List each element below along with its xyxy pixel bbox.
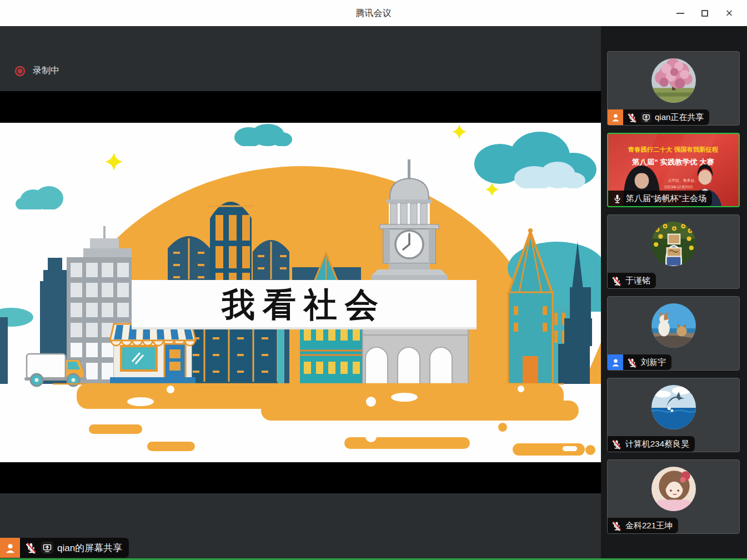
participant-name: 第八届“扬帆杯”主会场: [626, 193, 706, 204]
recording-label: 录制中: [33, 65, 59, 77]
participant-name: qian正在共享: [655, 112, 704, 123]
slide-title: 我看社会: [220, 286, 386, 323]
participant-label: 于谨铭: [608, 273, 656, 288]
share-status-label: qian的屏幕共享: [57, 542, 122, 554]
mic-on-icon: [612, 193, 623, 204]
maximize-button[interactable]: [693, 0, 717, 26]
participant-name: 刘新宇: [641, 357, 666, 368]
person-icon: [4, 542, 16, 554]
avatar: [651, 58, 696, 103]
svg-text:2023年12月20日: 2023年12月20日: [664, 185, 693, 189]
mic-muted-icon: [611, 521, 622, 531]
participant-pill: 计算机234蔡良昊: [608, 436, 695, 452]
shared-slide: 我看社会: [0, 123, 601, 462]
app-window: 腾讯会议 × 录制中: [0, 0, 747, 560]
avatar: [651, 222, 696, 266]
minimize-button[interactable]: [668, 0, 693, 26]
participant-label: 计算机234蔡良昊: [608, 436, 695, 452]
share-status-pill: qian的屏幕共享: [20, 538, 129, 558]
mic-muted-icon: [25, 542, 37, 554]
screen-share-icon: [41, 542, 53, 554]
shared-screen-stage: 录制中: [0, 26, 601, 560]
role-badge: [608, 109, 623, 125]
participant-pill: 金科221王坤: [608, 518, 678, 533]
role-badge: [608, 354, 623, 370]
participant-tile[interactable]: 于谨铭: [607, 214, 740, 289]
participant-label: 刘新宇: [608, 354, 671, 370]
letterbox-top: [0, 91, 601, 123]
participant-tile[interactable]: 青春践行二十大 强国有我新征程 第八届“ 实践教学优 大赛 义学院、教务处、学生…: [607, 133, 740, 207]
host-badge: [0, 538, 20, 558]
mic-muted-icon: [627, 357, 638, 368]
participant-name: 计算机234蔡良昊: [625, 439, 689, 449]
avatar: [651, 303, 696, 348]
person-icon: [611, 113, 620, 122]
person-icon: [611, 358, 620, 367]
screen-share-status: qian的屏幕共享: [0, 538, 129, 558]
mic-muted-icon: [611, 276, 622, 286]
recording-indicator: 录制中: [14, 65, 59, 77]
participant-list: qian正在共享 青春践行二十大 强国有我新征程 第八届“ 实践教学优 大赛 义…: [601, 26, 747, 560]
participant-label: 金科221王坤: [608, 518, 678, 533]
close-button[interactable]: ×: [717, 0, 741, 26]
mic-muted-icon: [627, 112, 638, 123]
participant-name: 于谨铭: [625, 276, 650, 286]
main-content: 录制中: [0, 26, 747, 560]
minimize-icon: [676, 13, 684, 14]
svg-text:第八届“ 实践教学优 大赛: 第八届“ 实践教学优 大赛: [631, 158, 714, 166]
participant-name: 金科221王坤: [625, 521, 673, 531]
maximize-icon: [701, 10, 708, 17]
avatar: [651, 385, 696, 429]
mic-muted-icon: [611, 439, 622, 449]
letterbox-bottom: [0, 462, 601, 493]
participant-pill: 第八届“扬帆杯”主会场: [608, 191, 712, 206]
participant-pill: 刘新宇: [623, 354, 671, 370]
participant-pill: qian正在共享: [623, 109, 709, 125]
participant-tile[interactable]: 计算机234蔡良昊: [607, 378, 740, 452]
svg-text:青春践行二十大 强国有我新征程: 青春践行二十大 强国有我新征程: [628, 146, 719, 153]
participant-pill: 于谨铭: [608, 273, 656, 288]
participant-label: 第八届“扬帆杯”主会场: [608, 191, 712, 206]
participant-tile[interactable]: qian正在共享: [607, 51, 740, 126]
record-icon: [14, 66, 26, 77]
screen-share-icon: [641, 112, 651, 123]
participant-tile[interactable]: 金科221王坤: [607, 459, 740, 534]
avatar: [651, 467, 696, 511]
window-controls: ×: [668, 0, 741, 26]
titlebar: 腾讯会议 ×: [0, 0, 747, 26]
participant-tile[interactable]: 刘新宇: [607, 296, 740, 371]
close-icon: ×: [726, 7, 733, 19]
window-title: 腾讯会议: [0, 0, 747, 26]
participant-label: qian正在共享: [608, 109, 709, 125]
